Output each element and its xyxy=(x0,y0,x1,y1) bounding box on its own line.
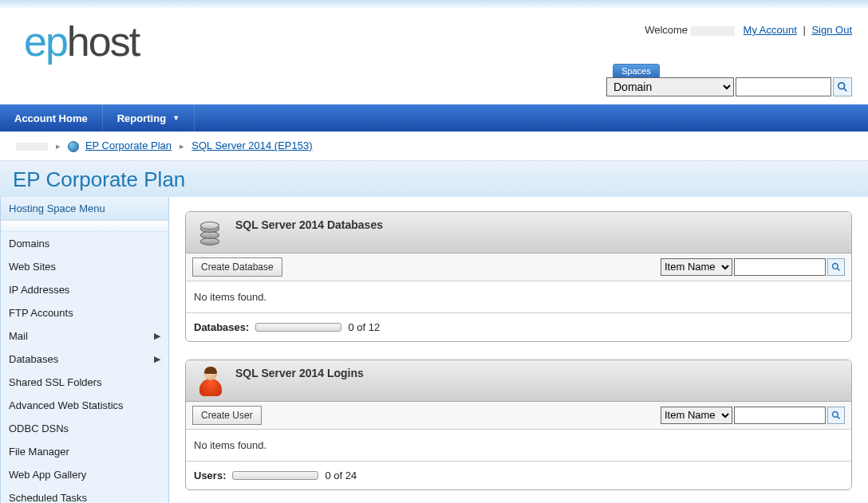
breadcrumb-current[interactable]: SQL Server 2014 (EP153) xyxy=(191,140,312,151)
svg-point-2 xyxy=(833,263,838,269)
sidebar-item-stats[interactable]: Advanced Web Statistics xyxy=(1,394,168,417)
sidebar-item-label: Advanced Web Statistics xyxy=(9,399,124,411)
my-account-link[interactable]: My Account xyxy=(744,24,797,36)
global-search: Spaces Domain xyxy=(606,64,852,96)
svg-line-1 xyxy=(844,88,847,92)
sidebar-item-label: ODBC DSNs xyxy=(9,422,69,434)
sidebar-subhead xyxy=(1,221,168,232)
chevron-down-icon: ▼ xyxy=(172,114,180,122)
page-title: EP Corporate Plan xyxy=(13,167,855,192)
sidebar-item-databases[interactable]: Databases▶ xyxy=(1,348,168,371)
logo: ephost xyxy=(24,18,139,65)
panel-toolbar: Create Database Item Name xyxy=(186,253,851,281)
nav-label: Account Home xyxy=(14,112,88,124)
search-scope-select[interactable]: Domain xyxy=(606,77,734,96)
filter-input[interactable] xyxy=(734,258,826,276)
quota-progress xyxy=(232,471,318,480)
sidebar-item-label: Web App Gallery xyxy=(9,469,86,481)
header: ephost Welcome My Account | Sign Out Spa… xyxy=(0,10,868,104)
filter-field-select[interactable]: Item Name xyxy=(661,258,732,276)
sidebar-item-webapp[interactable]: Web App Gallery xyxy=(1,463,168,486)
panel-search: Item Name xyxy=(661,258,845,276)
page-title-area: EP Corporate Plan xyxy=(0,161,868,197)
main: Hosting Space Menu Domains Web Sites IP … xyxy=(0,197,868,503)
header-right: Welcome My Account | Sign Out Spaces Dom… xyxy=(606,10,852,96)
sidebar-item-label: Databases xyxy=(9,353,58,365)
sidebar-item-label: FTP Accounts xyxy=(9,307,73,319)
sidebar-item-websites[interactable]: Web Sites xyxy=(1,255,168,278)
sidebar-item-label: File Manager xyxy=(9,446,69,458)
nav-reporting[interactable]: Reporting ▼ xyxy=(103,104,195,132)
nav-account-home[interactable]: Account Home xyxy=(0,104,103,132)
sidebar-item-label: Web Sites xyxy=(9,261,56,273)
sidebar-item-mail[interactable]: Mail▶ xyxy=(1,324,168,348)
svg-line-3 xyxy=(838,268,840,270)
separator: | xyxy=(803,24,805,36)
create-database-button[interactable]: Create Database xyxy=(192,257,282,277)
global-search-input[interactable] xyxy=(736,77,831,96)
svg-point-0 xyxy=(838,83,845,89)
quota-text: 0 of 12 xyxy=(348,321,380,333)
sidebar-item-label: Domains xyxy=(9,238,49,250)
panel-title: SQL Server 2014 Logins xyxy=(235,365,364,379)
sidebar-item-label: Mail xyxy=(9,330,28,342)
user-icon xyxy=(194,365,227,399)
panel-toolbar: Create User Item Name xyxy=(186,402,851,430)
svg-line-5 xyxy=(838,416,840,419)
sidebar-header: Hosting Space Menu xyxy=(1,197,168,221)
quota-text: 0 of 24 xyxy=(325,470,357,481)
sidebar-item-label: IP Addresses xyxy=(9,284,69,296)
panel-title: SQL Server 2014 Databases xyxy=(235,217,383,231)
search-icon xyxy=(831,262,841,272)
filter-field-select[interactable]: Item Name xyxy=(661,407,732,424)
breadcrumb-plan[interactable]: EP Corporate Plan xyxy=(85,140,172,151)
sidebar-item-ipaddresses[interactable]: IP Addresses xyxy=(1,278,168,301)
sidebar-item-domains[interactable]: Domains xyxy=(1,232,168,255)
sidebar-item-ftp[interactable]: FTP Accounts xyxy=(1,301,168,324)
search-icon xyxy=(831,411,841,420)
breadcrumbs: ▸ EP Corporate Plan ▸ SQL Server 2014 (E… xyxy=(0,132,868,161)
sidebar-item-odbc[interactable]: ODBC DSNs xyxy=(1,417,168,440)
quota-label: Databases: xyxy=(194,321,249,333)
search-icon xyxy=(837,81,848,92)
filter-search-button[interactable] xyxy=(827,258,845,276)
panel-footer: Users: 0 of 24 xyxy=(186,462,851,489)
username-redacted xyxy=(691,26,735,36)
filter-input[interactable] xyxy=(734,407,826,424)
sidebar-item-filemanager[interactable]: File Manager xyxy=(1,440,168,463)
chevron-right-icon: ▶ xyxy=(154,354,160,364)
panel-databases: SQL Server 2014 Databases Create Databas… xyxy=(185,211,852,342)
filter-search-button[interactable] xyxy=(827,407,845,424)
global-search-button[interactable] xyxy=(833,77,852,96)
panel-header: SQL Server 2014 Databases xyxy=(186,212,851,253)
panel-footer: Databases: 0 of 12 xyxy=(186,313,851,341)
sidebar-item-ssl[interactable]: Shared SSL Folders xyxy=(1,371,168,394)
top-gradient xyxy=(0,0,868,10)
breadcrumb-sep: ▸ xyxy=(180,141,184,151)
content: SQL Server 2014 Databases Create Databas… xyxy=(169,197,868,503)
globe-icon xyxy=(68,141,79,152)
breadcrumb-sep: ▸ xyxy=(56,141,61,151)
quota-progress xyxy=(255,323,341,332)
panel-header: SQL Server 2014 Logins xyxy=(186,360,851,402)
nav-label: Reporting xyxy=(117,112,166,124)
sidebar: Hosting Space Menu Domains Web Sites IP … xyxy=(0,197,169,503)
panel-search: Item Name xyxy=(661,407,845,424)
create-user-button[interactable]: Create User xyxy=(192,406,262,425)
chevron-right-icon: ▶ xyxy=(154,331,160,341)
panel-logins: SQL Server 2014 Logins Create User Item … xyxy=(185,360,852,490)
breadcrumb-root-redacted xyxy=(16,143,48,151)
welcome-text: Welcome xyxy=(645,24,688,36)
panel-body: No items found. xyxy=(186,281,851,313)
spaces-tab[interactable]: Spaces xyxy=(613,64,660,77)
welcome-line: Welcome My Account | Sign Out xyxy=(606,24,852,36)
sidebar-item-label: Scheduled Tasks xyxy=(9,492,87,503)
panel-body: No items found. xyxy=(186,430,851,462)
top-nav: Account Home Reporting ▼ xyxy=(0,104,868,132)
sign-out-link[interactable]: Sign Out xyxy=(811,24,852,36)
sidebar-item-label: Shared SSL Folders xyxy=(9,376,102,388)
quota-label: Users: xyxy=(194,470,226,481)
database-icon xyxy=(194,217,227,250)
svg-point-4 xyxy=(833,411,838,417)
sidebar-item-scheduled[interactable]: Scheduled Tasks xyxy=(1,486,168,503)
